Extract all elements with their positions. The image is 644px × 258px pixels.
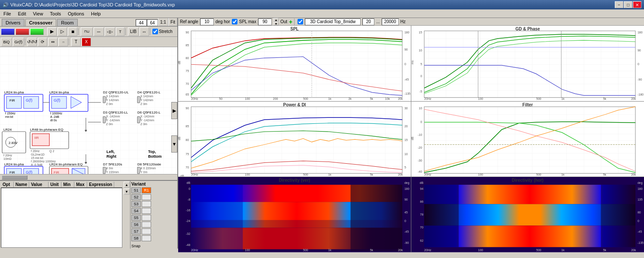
connect-btn[interactable]: ⎓ <box>58 38 68 46</box>
svg-text:1k: 1k <box>328 97 331 100</box>
color-btn-green[interactable] <box>30 28 44 35</box>
mirror-btn[interactable]: ⇔ <box>48 38 58 46</box>
variant-s4[interactable]: S4 <box>131 208 141 214</box>
variant-s8[interactable]: S8 <box>131 235 141 241</box>
step-button[interactable]: ▷ <box>58 27 67 36</box>
variant-r8-empty <box>142 235 151 241</box>
device-checkbox[interactable] <box>298 19 303 24</box>
crossover-btn4[interactable]: T <box>116 27 125 36</box>
menu-tools[interactable]: Tools <box>48 11 63 17</box>
scroll-down-btn[interactable]: ▼ <box>171 135 177 153</box>
stop-button[interactable]: ⏹ <box>68 27 77 36</box>
variant-s7[interactable]: S7 <box>131 228 141 234</box>
h-scroll-thumb[interactable] <box>2 175 27 180</box>
spl-down-btn[interactable]: ▼ <box>273 22 279 25</box>
svg-text:Z 0m: Z 0m <box>106 123 113 126</box>
play-button[interactable]: ▶ <box>47 27 57 36</box>
svg-text:500: 500 <box>536 249 541 252</box>
color-btn-blue[interactable] <box>1 28 15 35</box>
arrow-icon[interactable]: ↔ <box>140 27 149 36</box>
svg-text:Z 0m: Z 0m <box>140 102 147 105</box>
svg-text:A -0.5dB: A -0.5dB <box>31 163 43 166</box>
fit-btn[interactable]: Fit <box>168 18 177 26</box>
svg-text:100: 100 <box>245 173 250 176</box>
add-out-btn[interactable]: + <box>289 18 292 25</box>
spl-up-btn[interactable]: ▲ <box>273 18 279 21</box>
ratio-btn[interactable]: 1:1 <box>158 18 168 26</box>
biq-btn[interactable]: BiQ <box>1 38 12 46</box>
num-input-44[interactable] <box>136 19 147 26</box>
variant-s2[interactable]: S2 <box>131 194 141 200</box>
svg-rect-241 <box>601 185 635 247</box>
rotate-btn[interactable]: ⟳ <box>38 38 47 46</box>
loop-btn[interactable]: ↺↺↺ <box>27 38 37 46</box>
chart-spl[interactable]: SPL 90 85 80 <box>178 26 411 101</box>
param-scroll-down[interactable]: ▼ <box>124 189 130 195</box>
svg-text:Y -142mm: Y -142mm <box>140 119 154 122</box>
ref-angle-input[interactable] <box>200 18 214 25</box>
variant-s5[interactable]: S5 <box>131 215 141 221</box>
chart-power-di[interactable]: Power & DI 90 85 80 75 70 dB 30 20 15 10… <box>178 102 411 177</box>
chart-dir-hor[interactable]: Directivity (hor) <box>411 177 644 252</box>
variant-r1[interactable]: R1 <box>142 187 151 193</box>
num-input-64[interactable] <box>147 19 158 26</box>
svg-text:-20: -20 <box>418 146 422 149</box>
svg-text:D3 Q5FE120-LL: D3 Q5FE120-LL <box>103 111 128 114</box>
device-name-input[interactable] <box>305 18 361 25</box>
grf-btn[interactable]: Gr(f) <box>13 38 24 46</box>
svg-text:180: 180 <box>638 187 643 190</box>
param-scroll: ▲ ▼ <box>123 181 130 249</box>
menu-help[interactable]: Help <box>89 11 103 17</box>
h-scrollbar[interactable] <box>0 174 177 180</box>
scroll-right-btn[interactable]: ▶ <box>171 102 177 119</box>
svg-text:20k: 20k <box>398 249 403 252</box>
svg-text:94: 94 <box>420 187 423 190</box>
menu-options[interactable]: Options <box>66 11 86 17</box>
svg-text:IIR: IIR <box>34 136 39 140</box>
app-icon: 🔊 <box>3 2 9 8</box>
svg-text:100: 100 <box>245 97 250 100</box>
menu-edit[interactable]: Edit <box>16 11 28 17</box>
svg-text:G(f): G(f) <box>26 170 33 174</box>
svg-text:FIR: FIR <box>9 171 15 174</box>
close-button[interactable]: ✕ <box>633 1 641 8</box>
crossover-btn1[interactable]: ⊓⊔ <box>81 27 93 36</box>
variant-s3[interactable]: S3 <box>131 201 141 207</box>
menu-view[interactable]: View <box>31 11 45 17</box>
chart-filter[interactable]: Filter 10 0 -10 -20 -30 -40 dB 20Hz 100 … <box>411 102 644 177</box>
tab-room[interactable]: Room <box>57 19 77 26</box>
crossover-btn3[interactable]: ◁▷ <box>105 27 115 36</box>
svg-text:135: 135 <box>638 198 643 201</box>
svg-text:Q 2: Q 2 <box>49 150 54 153</box>
svg-text:LR48 lin-ph#aram EQ: LR48 lin-ph#aram EQ <box>30 128 63 132</box>
schematic-area[interactable]: FIR G(f) LR24 lin-pha f 150Hz mir.txt G(… <box>0 47 177 174</box>
x-btn[interactable]: X <box>82 38 91 46</box>
chart-dir-ver[interactable]: Directivity (ver) dB 0 -8 -16 -24 -32 -4… <box>178 177 411 252</box>
svg-text:80: 80 <box>638 211 641 214</box>
spl-max-input[interactable] <box>258 18 272 25</box>
svg-text:5k: 5k <box>370 249 374 252</box>
freq-to-input[interactable] <box>382 18 399 25</box>
menu-file[interactable]: File <box>2 11 13 17</box>
svg-text:Y -142mm: Y -142mm <box>106 119 120 122</box>
crossover-btn2[interactable]: ─ <box>94 27 104 36</box>
variant-row-2: S2 <box>131 194 176 200</box>
variant-s6[interactable]: S6 <box>131 222 141 228</box>
param-table-body[interactable] <box>1 188 122 248</box>
t-btn[interactable]: T <box>71 38 81 46</box>
tab-crossover[interactable]: Crossover <box>25 19 56 26</box>
variant-s1[interactable]: S1 <box>131 187 141 193</box>
svg-text:dB: dB <box>180 174 184 177</box>
maximize-button[interactable]: □ <box>624 1 632 8</box>
freq-from-input[interactable] <box>362 18 374 25</box>
chart-gd-phase[interactable]: GD & Phase 15 10 5 0 -5 ms 180 90 0 <box>411 26 644 101</box>
svg-text:70: 70 <box>185 83 189 86</box>
stretch-checkbox[interactable] <box>152 29 158 34</box>
tab-drivers[interactable]: Drivers <box>2 19 24 26</box>
minimize-button[interactable]: − <box>615 1 623 8</box>
param-scroll-up[interactable]: ▲ <box>124 182 130 188</box>
spl-max-checkbox[interactable] <box>232 19 237 24</box>
lib-btn[interactable]: LIB <box>128 27 139 36</box>
col-max: Max <box>74 182 87 187</box>
color-btn-red[interactable] <box>15 28 29 35</box>
